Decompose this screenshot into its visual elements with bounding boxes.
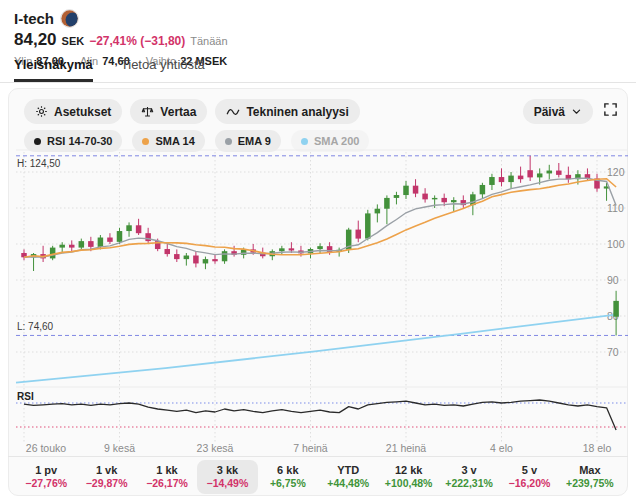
period-max[interactable]: Max+239,75% [560, 460, 620, 494]
chart-toolbar-right: Päivä [523, 99, 618, 124]
svg-text:23 kesä: 23 kesä [197, 442, 234, 454]
legend-dot [142, 138, 149, 145]
page-tabs: YleisnäkymäTietoa yhtiöstä [0, 57, 636, 83]
stock-price: 84,20 [14, 30, 57, 50]
period-label: Max [579, 464, 600, 477]
legend-label: RSI 14-70-30 [47, 135, 112, 147]
legend-dot [34, 138, 41, 145]
period-label: 1 vk [96, 464, 117, 477]
stock-page: I-tech 84,20 SEK −27,41% (−31,80) Tänään… [0, 0, 636, 500]
legend-label: SMA 14 [155, 135, 194, 147]
compare-icon [141, 105, 154, 118]
fullscreen-icon [603, 102, 618, 121]
period-label: YTD [337, 464, 359, 477]
company-logo-icon [60, 9, 79, 28]
period-change: +100,48% [385, 477, 433, 490]
period-label: 3 v [461, 464, 476, 477]
chevron-down-icon [571, 106, 582, 117]
svg-text:100: 100 [607, 238, 625, 250]
legend-dot [301, 138, 308, 145]
company-name: I-tech [14, 10, 54, 27]
period-change: +44,48% [327, 477, 369, 490]
tab-tietoa-yhtiöstä[interactable]: Tietoa yhtiöstä [121, 57, 205, 82]
change-period-label: Tänään [190, 35, 227, 47]
svg-text:4 elo: 4 elo [490, 442, 513, 454]
svg-text:RSI: RSI [17, 391, 34, 402]
period-label: 6 kk [277, 464, 298, 477]
svg-text:7 heinä: 7 heinä [293, 442, 328, 454]
chart-toolbar: AsetuksetVertaaTekninen analyysi [24, 99, 360, 124]
price-chart[interactable]: 70809010011012026 touko9 kesä23 kesä7 he… [8, 148, 628, 456]
button-label: Tekninen analyysi [246, 105, 349, 119]
period-12-kk[interactable]: 12 kk+100,48% [378, 460, 438, 494]
period-1-pv[interactable]: 1 pv−27,76% [16, 460, 76, 494]
period-change: +222,31% [445, 477, 493, 490]
period-change: −14,49% [207, 477, 249, 490]
svg-text:9 kesä: 9 kesä [104, 442, 135, 454]
period-change: −27,76% [25, 477, 67, 490]
period-change: −16,20% [509, 477, 551, 490]
period-change: +6,75% [270, 477, 306, 490]
legend-label: SMA 200 [314, 135, 359, 147]
legend-dot [225, 138, 232, 145]
wave-icon [226, 105, 240, 119]
period-ytd[interactable]: YTD+44,48% [318, 460, 378, 494]
vertaa-button[interactable]: Vertaa [130, 99, 207, 124]
fullscreen-button[interactable] [603, 102, 618, 121]
period-selector: 1 pv−27,76%1 vk−29,87%1 kk−26,17%3 kk−14… [8, 456, 628, 496]
tekninen-analyysi-button[interactable]: Tekninen analyysi [215, 99, 360, 124]
svg-text:21 heinä: 21 heinä [386, 442, 426, 454]
period-change: −26,17% [146, 477, 188, 490]
svg-text:L: 74,60: L: 74,60 [17, 321, 54, 332]
asetukset-button[interactable]: Asetukset [24, 99, 122, 124]
period-label: 1 kk [156, 464, 177, 477]
button-label: Asetukset [54, 105, 111, 119]
gear-icon [35, 105, 48, 118]
period-change: +239,75% [566, 477, 614, 490]
svg-text:70: 70 [607, 346, 619, 358]
period-6-kk[interactable]: 6 kk+6,75% [258, 460, 318, 494]
tab-yleisnäkymä[interactable]: Yleisnäkymä [14, 57, 93, 82]
svg-text:H: 124,50: H: 124,50 [17, 158, 61, 169]
button-label: Vertaa [160, 105, 196, 119]
period-3-v[interactable]: 3 v+222,31% [439, 460, 499, 494]
legend-label: EMA 9 [238, 135, 271, 147]
interval-dropdown[interactable]: Päivä [523, 99, 593, 124]
period-label: 1 pv [35, 464, 57, 477]
period-change: −29,87% [86, 477, 128, 490]
period-5-v[interactable]: 5 v−16,20% [499, 460, 559, 494]
period-1-vk[interactable]: 1 vk−29,87% [76, 460, 136, 494]
svg-text:90: 90 [607, 274, 619, 286]
svg-text:26 touko: 26 touko [26, 442, 66, 454]
period-3-kk[interactable]: 3 kk−14,49% [197, 460, 257, 494]
period-label: 5 v [522, 464, 537, 477]
svg-text:18 elo: 18 elo [583, 442, 612, 454]
period-label: 12 kk [395, 464, 423, 477]
period-label: 3 kk [217, 464, 238, 477]
interval-label: Päivä [534, 105, 565, 119]
period-1-kk[interactable]: 1 kk−26,17% [137, 460, 197, 494]
currency-label: SEK [62, 35, 85, 47]
svg-text:120: 120 [607, 166, 625, 178]
price-change: −27,41% (−31,80) [89, 34, 185, 48]
